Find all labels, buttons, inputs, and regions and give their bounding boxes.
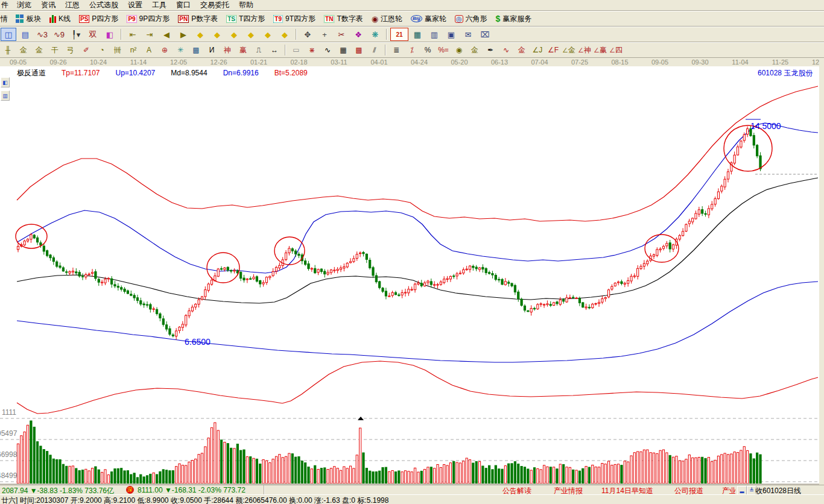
draw-percent7-icon[interactable]: ⁒ [405,43,419,57]
draw-pen-icon[interactable]: ✐ [79,43,93,57]
draw-zigzag-icon[interactable]: ∿ [320,43,335,57]
draw-angle-four-icon[interactable]: ∠四 [609,43,623,57]
candle-body [360,253,361,254]
quote-view-icon[interactable]: ◫ [1,28,16,41]
diamond-left-icon[interactable]: ◆ [192,28,208,41]
draw-cross-icon[interactable]: ╫ [1,43,15,57]
draw-angle-j-icon[interactable]: ∠J [530,43,545,57]
wave-9-icon[interactable]: ∿9 [51,28,67,41]
prev-bar-icon[interactable]: ◀ [159,28,174,41]
chart-canvas[interactable]: 14.50006.6500 [0,66,819,485]
diamond-narrow-icon[interactable]: ◆ [226,28,242,41]
menu-item-1[interactable]: 浏览 [12,0,36,11]
draw-mirror-icon[interactable]: A [142,43,156,57]
mail-icon[interactable]: ✉ [460,28,476,41]
gann-wheel-button[interactable]: ◉江恩轮 [367,13,407,25]
draw-angle-gold-icon[interactable]: ∠金 [562,43,576,57]
draw-angle-shen-icon[interactable]: ∠神 [577,43,592,57]
draw-shen-icon[interactable]: 神 [220,43,235,57]
workstation-icon[interactable]: ⌧ [477,28,493,41]
first-bar-icon[interactable]: ⇤ [125,28,141,41]
menu-item-7[interactable]: 窗口 [171,0,195,11]
draw-gold-line-icon[interactable]: 金 [467,43,482,57]
draw-spiral-icon[interactable]: 弓 [63,43,78,57]
hand-icon[interactable]: ✥ [300,28,315,41]
pane-tool-icon[interactable]: ◧ [1,77,10,87]
kline-button[interactable]: K线 [45,13,75,25]
winner-wheel-button[interactable]: Big赢家轮 [407,13,451,25]
toolbar-separator [385,45,386,55]
menu-item-8[interactable]: 交易委托 [195,0,234,11]
diamond-widen-icon[interactable]: ◆ [243,28,259,41]
draw-gold-red-icon[interactable]: 金 [515,43,529,57]
t-digit-table-button[interactable]: TNT数字表 [320,13,367,25]
volume-bar [159,471,161,484]
menu-item-6[interactable]: 工具 [147,0,171,11]
menu-item-9[interactable]: 帮助 [234,0,258,11]
diamond-star-icon[interactable]: ◆ [260,28,276,41]
next-bar-icon[interactable]: ▶ [176,28,191,41]
draw-fan-icon[interactable]: ⋇ [305,43,319,57]
draw-angle-f-icon[interactable]: ∠F [546,43,560,57]
save-icon[interactable]: ▣ [443,28,459,41]
draw-ink-icon[interactable]: ✒ [483,43,498,57]
candle-body [340,268,341,269]
pane-list-icon[interactable]: ▥ [1,90,10,101]
draw-dial-icon[interactable]: ◔ [95,43,109,57]
draw-grid-web-icon[interactable]: ▩ [189,43,203,57]
last-bar-icon[interactable]: ⇥ [142,28,157,41]
draw-star-web-icon[interactable]: ✳ [173,43,188,57]
calendar-icon[interactable]: 21 [390,28,408,41]
draw-percent-icon[interactable]: % [420,43,435,57]
draw-gold-circle-icon[interactable]: ◉ [452,43,466,57]
hexagon-button[interactable]: ◎六角形 [451,13,492,25]
t-square-button[interactable]: TST四方形 [222,13,269,25]
diamond-target-icon[interactable]: ◆ [277,28,293,41]
menu-item-0[interactable]: 件 [0,0,12,11]
spider-web-icon[interactable]: ❋ [367,28,383,41]
draw-ruler-icon[interactable]: 卌 [110,43,125,57]
candle-body [404,292,406,293]
draw-gate-icon[interactable]: ⎍ [252,43,266,57]
draw-parallel-icon[interactable]: ⫽ [367,43,382,57]
9p-square-button[interactable]: P99P四方形 [122,13,174,25]
crosshair-icon[interactable]: + [317,28,332,41]
draw-fence-icon[interactable]: 干 [48,43,62,57]
notepad-icon[interactable]: ▥ [426,28,442,41]
measure-icon[interactable]: ✂ [334,28,349,41]
draw-grid-red-icon[interactable]: ▩ [352,43,366,57]
volume-bar [211,427,212,484]
draw-span-icon[interactable]: ↔ [267,43,282,57]
candle-body [211,280,212,285]
p-digit-table-button[interactable]: PNP数字表 [174,13,222,25]
draw-ying-icon[interactable]: 赢 [236,43,250,57]
diamond-right-icon[interactable]: ◆ [209,28,225,41]
menu-item-3[interactable]: 江恩 [60,0,84,11]
minimize-panel-icon[interactable]: ▂ [737,486,747,495]
draw-gold-grid2-icon[interactable]: 金 [32,43,46,57]
sector-button[interactable]: 板块 [11,13,45,25]
draw-percent-line-icon[interactable]: %= [436,43,451,57]
draw-gold-grid-icon[interactable]: 金 [16,43,31,57]
info-view-icon[interactable]: ▤ [17,28,33,41]
menu-item-4[interactable]: 公式选股 [84,0,123,11]
p-square-button[interactable]: PSP四方形 [75,13,122,25]
draw-box-icon[interactable]: ▭ [289,43,303,57]
menu-item-2[interactable]: 资讯 [36,0,60,11]
draw-wave-icon[interactable]: ∿ [499,43,513,57]
wave-3-icon[interactable]: ∿3 [34,28,50,41]
winner-service-button[interactable]: $赢家服务 [492,13,536,25]
draw-n2-icon[interactable]: n² [126,43,141,57]
candle-style-icon[interactable]: ╿▾ [68,28,84,41]
draw-quote-icon[interactable]: И [204,43,219,57]
draw-scale-icon[interactable]: ≣ [389,43,404,57]
calculator-icon[interactable]: ▦ [410,28,425,41]
draw-circle-cross-icon[interactable]: ⊕ [157,43,172,57]
menu-item-5[interactable]: 设置 [123,0,147,11]
formula-manager-icon[interactable]: 双 [85,28,101,41]
9t-square-button[interactable]: T99T四方形 [269,13,320,25]
draw-angle-ying-icon[interactable]: ∠赢 [593,43,607,57]
draw-grid-dark-icon[interactable]: ▦ [336,43,350,57]
volume-profile-icon[interactable]: ◧ [102,28,118,41]
gann-shape-icon[interactable]: ❖ [350,28,366,41]
